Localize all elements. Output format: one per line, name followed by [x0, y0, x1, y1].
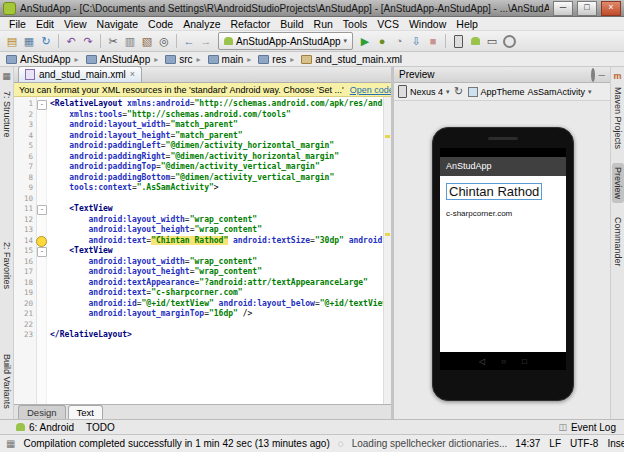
forward-icon[interactable]: →: [198, 33, 214, 49]
preview-canvas[interactable]: AnStudApp Chintan Rathod c-sharpcorner.c…: [394, 101, 610, 419]
undo-icon[interactable]: ↶: [63, 33, 79, 49]
maximize-button[interactable]: □: [577, 1, 597, 16]
code-line[interactable]: android:paddingTop="@dimen/activity_vert…: [50, 162, 383, 173]
tab-and-stud-main-xml[interactable]: and_stud_main.xml ×: [18, 66, 142, 82]
intention-bulb-icon[interactable]: [36, 236, 47, 247]
code-line[interactable]: android:id="@+id/textView" android:layou…: [50, 299, 383, 310]
code-line[interactable]: android:text="Chintan Rathod" android:te…: [50, 236, 383, 247]
encoding-widget[interactable]: UTF-8: [570, 438, 598, 449]
back-icon[interactable]: ←: [181, 33, 197, 49]
paste-icon[interactable]: ▧: [139, 33, 155, 49]
code-line[interactable]: </RelativeLayout>: [50, 330, 383, 341]
code-line[interactable]: android:paddingRight="@dimen/activity_ho…: [50, 152, 383, 163]
code-line[interactable]: android:paddingBottom="@dimen/activity_v…: [50, 173, 383, 184]
device-screen[interactable]: AnStudApp Chintan Rathod c-sharpcorner.c…: [440, 148, 566, 370]
code-line[interactable]: tools:context=".AsSamActivity">: [50, 183, 383, 194]
breadcrumb-main[interactable]: main: [193, 54, 244, 65]
code-line[interactable]: [50, 194, 383, 205]
tool-window-switcher-icon[interactable]: ▦: [6, 438, 15, 449]
code-line[interactable]: android:layout_marginTop="16dp" />: [50, 309, 383, 320]
menu-tools[interactable]: Tools: [338, 18, 373, 30]
breadcrumb-res[interactable]: res: [243, 54, 286, 65]
code-line[interactable]: android:textAppearance="?android:attr/te…: [50, 278, 383, 289]
menu-view[interactable]: View: [59, 18, 92, 30]
insert-mode-widget[interactable]: Insert: [607, 438, 624, 449]
breadcrumb-project[interactable]: AnStudApp: [6, 54, 71, 65]
breadcrumb-file[interactable]: and_stud_main.xml: [286, 54, 402, 65]
menu-run[interactable]: Run: [309, 18, 338, 30]
copy-icon[interactable]: ▥: [122, 33, 138, 49]
code-line[interactable]: android:paddingLeft="@dimen/activity_hor…: [50, 141, 383, 152]
menu-refactor[interactable]: Refactor: [226, 18, 276, 30]
find-icon[interactable]: ◎: [156, 33, 172, 49]
code-line[interactable]: [50, 320, 383, 331]
preview-settings-icon[interactable]: [591, 70, 595, 80]
tab-design[interactable]: Design: [18, 405, 66, 419]
cut-icon[interactable]: ✂: [105, 33, 121, 49]
tool-button-preview[interactable]: Preview: [612, 163, 624, 203]
menu-help[interactable]: Help: [451, 18, 483, 30]
menu-edit[interactable]: Edit: [31, 18, 59, 30]
code-editor[interactable]: 1234567891011121314151617181920212223 --…: [14, 97, 391, 404]
event-log-button[interactable]: ◫ Event Log: [558, 422, 616, 433]
error-stripe[interactable]: [383, 97, 391, 404]
warning-mark-icon[interactable]: [385, 233, 390, 236]
close-button[interactable]: ×: [601, 1, 621, 16]
menu-code[interactable]: Code: [143, 18, 178, 30]
tool-button-structure[interactable]: 7: Structure: [1, 87, 13, 142]
tool-button-build-variants[interactable]: Build Variants: [1, 350, 13, 413]
line-separator-widget[interactable]: LF: [549, 438, 561, 449]
menu-build[interactable]: Build: [275, 18, 308, 30]
code-line[interactable]: <TextView: [50, 204, 383, 215]
debug-button[interactable]: ●: [374, 33, 390, 49]
code-line[interactable]: android:layout_width="wrap_content": [50, 257, 383, 268]
tool-button-commander[interactable]: Commander: [612, 213, 624, 271]
code-line[interactable]: android:layout_width="wrap_content": [50, 215, 383, 226]
code-line[interactable]: <TextView: [50, 246, 383, 257]
code-line[interactable]: android:layout_width="match_parent": [50, 120, 383, 131]
code-line[interactable]: android:layout_height="wrap_content": [50, 267, 383, 278]
hide-panel-icon[interactable]: ─: [599, 70, 605, 80]
run-configuration-dropdown[interactable]: AnStudApp-AnStudApp ▾: [218, 32, 353, 50]
menu-analyze[interactable]: Analyze: [178, 18, 225, 30]
device-selector[interactable]: Nexus 4: [410, 87, 443, 97]
settings-button[interactable]: [501, 33, 517, 49]
preview-textview-primary[interactable]: Chintan Rathod: [446, 183, 542, 200]
fold-marker-icon[interactable]: -: [37, 247, 47, 257]
sdk-manager-button[interactable]: [467, 33, 483, 49]
code-line[interactable]: android:text="c-sharpcorner.com": [50, 288, 383, 299]
coverage-button[interactable]: ◔: [391, 33, 407, 49]
fold-marker-icon[interactable]: -: [37, 100, 47, 110]
menu-file[interactable]: File: [4, 18, 31, 30]
gutter-numbers[interactable]: 1234567891011121314151617181920212223: [14, 97, 37, 404]
code-lines[interactable]: <RelativeLayout xmlns:android="http://sc…: [47, 97, 383, 404]
breadcrumb-module[interactable]: AnStudApp: [71, 54, 151, 65]
theme-selector[interactable]: AppTheme: [481, 87, 525, 97]
stop-button[interactable]: ■: [425, 33, 441, 49]
code-line[interactable]: android:layout_height="wrap_content": [50, 225, 383, 236]
android-monitor-button[interactable]: ▭: [484, 33, 500, 49]
close-tab-icon[interactable]: ×: [130, 70, 135, 79]
tool-button-todo[interactable]: TODO: [86, 422, 115, 433]
avd-manager-button[interactable]: [450, 33, 466, 49]
sync-icon[interactable]: ↻: [38, 33, 54, 49]
rotate-device-icon[interactable]: ↻: [453, 84, 465, 100]
preview-textview-secondary[interactable]: c-sharpcorner.com: [446, 209, 560, 218]
menu-vcs[interactable]: VCS: [372, 18, 404, 30]
code-line[interactable]: <RelativeLayout xmlns:android="http://sc…: [50, 99, 383, 110]
attach-debugger-button[interactable]: ⇩: [408, 33, 424, 49]
code-line[interactable]: xmlns:tools="http://schemas.android.com/…: [50, 110, 383, 121]
warning-mark-icon[interactable]: [385, 135, 390, 138]
redo-icon[interactable]: ↷: [80, 33, 96, 49]
open-icon[interactable]: ▤: [4, 33, 20, 49]
run-button[interactable]: ▶: [357, 33, 373, 49]
open-code-style-settings-link[interactable]: Open code style settings: [350, 85, 391, 95]
activity-selector[interactable]: AsSamActivity: [528, 87, 586, 97]
save-all-icon[interactable]: ▦: [21, 33, 37, 49]
menu-window[interactable]: Window: [404, 18, 451, 30]
code-line[interactable]: android:layout_height="match_parent": [50, 131, 383, 142]
tool-button-android[interactable]: 6: Android: [16, 422, 74, 433]
minimize-button[interactable]: ─: [553, 1, 573, 16]
tab-text[interactable]: Text: [68, 405, 103, 419]
fold-marker-icon[interactable]: -: [37, 205, 47, 215]
